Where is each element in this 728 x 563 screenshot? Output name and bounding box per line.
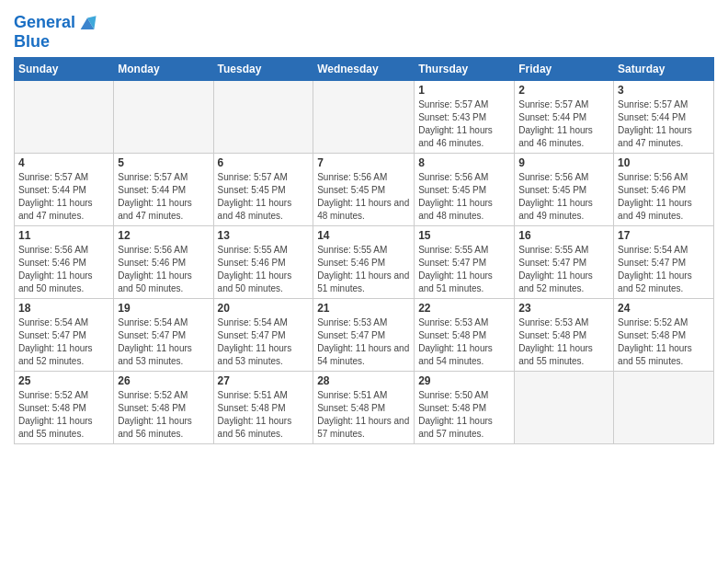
- day-info: Sunrise: 5:51 AMSunset: 5:48 PMDaylight:…: [317, 389, 410, 441]
- day-cell: 19Sunrise: 5:54 AMSunset: 5:47 PMDayligh…: [114, 298, 213, 371]
- day-number: 9: [518, 156, 609, 169]
- day-number: 18: [18, 302, 109, 315]
- day-cell: [515, 371, 614, 443]
- day-info: Sunrise: 5:57 AMSunset: 5:44 PMDaylight:…: [18, 171, 109, 223]
- day-number: 27: [218, 374, 310, 387]
- day-number: 7: [317, 156, 410, 169]
- page: General Blue SundayMondayTuesdayWednesda…: [0, 0, 728, 454]
- day-number: 29: [418, 374, 510, 387]
- day-cell: 12Sunrise: 5:56 AMSunset: 5:46 PMDayligh…: [114, 225, 213, 298]
- day-number: 14: [317, 229, 410, 242]
- day-info: Sunrise: 5:54 AMSunset: 5:47 PMDaylight:…: [118, 316, 209, 368]
- calendar-body: 1Sunrise: 5:57 AMSunset: 5:43 PMDaylight…: [15, 80, 714, 443]
- day-cell: 9Sunrise: 5:56 AMSunset: 5:45 PMDaylight…: [515, 153, 614, 225]
- logo-text-line1: General: [14, 14, 75, 32]
- day-cell: [213, 80, 313, 153]
- day-number: 26: [118, 374, 209, 387]
- day-info: Sunrise: 5:56 AMSunset: 5:46 PMDaylight:…: [18, 244, 109, 295]
- calendar-header: SundayMondayTuesdayWednesdayThursdayFrid…: [15, 57, 714, 80]
- day-info: Sunrise: 5:57 AMSunset: 5:44 PMDaylight:…: [618, 98, 710, 150]
- day-info: Sunrise: 5:52 AMSunset: 5:48 PMDaylight:…: [18, 389, 109, 441]
- day-info: Sunrise: 5:56 AMSunset: 5:45 PMDaylight:…: [518, 171, 609, 223]
- header-cell-monday: Monday: [114, 57, 213, 80]
- day-cell: 14Sunrise: 5:55 AMSunset: 5:46 PMDayligh…: [313, 225, 415, 298]
- day-number: 5: [118, 156, 209, 169]
- week-row-3: 11Sunrise: 5:56 AMSunset: 5:46 PMDayligh…: [15, 225, 714, 298]
- week-row-5: 25Sunrise: 5:52 AMSunset: 5:48 PMDayligh…: [15, 371, 714, 443]
- day-cell: [114, 80, 213, 153]
- day-cell: 23Sunrise: 5:53 AMSunset: 5:48 PMDayligh…: [515, 298, 614, 371]
- week-row-1: 1Sunrise: 5:57 AMSunset: 5:43 PMDaylight…: [15, 80, 714, 153]
- day-cell: 4Sunrise: 5:57 AMSunset: 5:44 PMDaylight…: [15, 153, 114, 225]
- day-info: Sunrise: 5:56 AMSunset: 5:46 PMDaylight:…: [118, 244, 209, 295]
- day-number: 20: [218, 302, 310, 315]
- day-cell: 11Sunrise: 5:56 AMSunset: 5:46 PMDayligh…: [15, 225, 114, 298]
- day-info: Sunrise: 5:54 AMSunset: 5:47 PMDaylight:…: [218, 316, 310, 368]
- week-row-2: 4Sunrise: 5:57 AMSunset: 5:44 PMDaylight…: [15, 153, 714, 225]
- day-cell: [614, 371, 714, 443]
- day-cell: 27Sunrise: 5:51 AMSunset: 5:48 PMDayligh…: [213, 371, 313, 443]
- day-number: 23: [518, 302, 609, 315]
- day-cell: 10Sunrise: 5:56 AMSunset: 5:46 PMDayligh…: [614, 153, 714, 225]
- day-cell: 7Sunrise: 5:56 AMSunset: 5:45 PMDaylight…: [313, 153, 415, 225]
- day-info: Sunrise: 5:53 AMSunset: 5:48 PMDaylight:…: [418, 316, 510, 368]
- logo: General Blue: [14, 13, 97, 52]
- day-cell: [15, 80, 114, 153]
- day-cell: 21Sunrise: 5:53 AMSunset: 5:47 PMDayligh…: [313, 298, 415, 371]
- day-cell: 3Sunrise: 5:57 AMSunset: 5:44 PMDaylight…: [614, 80, 714, 153]
- day-info: Sunrise: 5:56 AMSunset: 5:46 PMDaylight:…: [618, 171, 710, 223]
- day-cell: 13Sunrise: 5:55 AMSunset: 5:46 PMDayligh…: [213, 225, 313, 298]
- day-info: Sunrise: 5:53 AMSunset: 5:48 PMDaylight:…: [518, 316, 609, 368]
- day-number: 8: [418, 156, 510, 169]
- day-number: 21: [317, 302, 410, 315]
- day-number: 3: [618, 84, 710, 97]
- header-cell-friday: Friday: [515, 57, 614, 80]
- day-number: 22: [418, 302, 510, 315]
- header-cell-wednesday: Wednesday: [313, 57, 415, 80]
- day-info: Sunrise: 5:54 AMSunset: 5:47 PMDaylight:…: [618, 244, 710, 295]
- day-cell: 25Sunrise: 5:52 AMSunset: 5:48 PMDayligh…: [15, 371, 114, 443]
- day-cell: 20Sunrise: 5:54 AMSunset: 5:47 PMDayligh…: [213, 298, 313, 371]
- day-cell: 15Sunrise: 5:55 AMSunset: 5:47 PMDayligh…: [415, 225, 515, 298]
- logo-icon: [77, 13, 97, 33]
- day-info: Sunrise: 5:57 AMSunset: 5:44 PMDaylight:…: [118, 171, 209, 223]
- header-row: SundayMondayTuesdayWednesdayThursdayFrid…: [15, 57, 714, 80]
- day-info: Sunrise: 5:53 AMSunset: 5:47 PMDaylight:…: [317, 316, 410, 368]
- day-info: Sunrise: 5:52 AMSunset: 5:48 PMDaylight:…: [118, 389, 209, 441]
- day-number: 25: [18, 374, 109, 387]
- day-number: 6: [218, 156, 310, 169]
- day-number: 11: [18, 229, 109, 242]
- header: General Blue: [14, 9, 714, 52]
- day-info: Sunrise: 5:57 AMSunset: 5:43 PMDaylight:…: [418, 98, 510, 150]
- header-cell-thursday: Thursday: [415, 57, 515, 80]
- day-number: 17: [618, 229, 710, 242]
- day-info: Sunrise: 5:57 AMSunset: 5:44 PMDaylight:…: [518, 98, 609, 150]
- day-cell: 17Sunrise: 5:54 AMSunset: 5:47 PMDayligh…: [614, 225, 714, 298]
- day-info: Sunrise: 5:56 AMSunset: 5:45 PMDaylight:…: [317, 171, 410, 223]
- day-cell: 16Sunrise: 5:55 AMSunset: 5:47 PMDayligh…: [515, 225, 614, 298]
- day-number: 1: [418, 84, 510, 97]
- day-cell: 6Sunrise: 5:57 AMSunset: 5:45 PMDaylight…: [213, 153, 313, 225]
- day-info: Sunrise: 5:55 AMSunset: 5:46 PMDaylight:…: [317, 244, 410, 295]
- day-info: Sunrise: 5:54 AMSunset: 5:47 PMDaylight:…: [18, 316, 109, 368]
- day-cell: 5Sunrise: 5:57 AMSunset: 5:44 PMDaylight…: [114, 153, 213, 225]
- day-info: Sunrise: 5:51 AMSunset: 5:48 PMDaylight:…: [218, 389, 310, 441]
- day-number: 10: [618, 156, 710, 169]
- day-number: 2: [518, 84, 609, 97]
- header-cell-sunday: Sunday: [15, 57, 114, 80]
- week-row-4: 18Sunrise: 5:54 AMSunset: 5:47 PMDayligh…: [15, 298, 714, 371]
- calendar-table: SundayMondayTuesdayWednesdayThursdayFrid…: [14, 57, 714, 444]
- day-number: 12: [118, 229, 209, 242]
- day-cell: 8Sunrise: 5:56 AMSunset: 5:45 PMDaylight…: [415, 153, 515, 225]
- day-number: 13: [218, 229, 310, 242]
- day-info: Sunrise: 5:55 AMSunset: 5:46 PMDaylight:…: [218, 244, 310, 295]
- day-info: Sunrise: 5:55 AMSunset: 5:47 PMDaylight:…: [418, 244, 510, 295]
- day-cell: 28Sunrise: 5:51 AMSunset: 5:48 PMDayligh…: [313, 371, 415, 443]
- day-cell: 1Sunrise: 5:57 AMSunset: 5:43 PMDaylight…: [415, 80, 515, 153]
- day-cell: 22Sunrise: 5:53 AMSunset: 5:48 PMDayligh…: [415, 298, 515, 371]
- day-info: Sunrise: 5:50 AMSunset: 5:48 PMDaylight:…: [418, 389, 510, 441]
- day-info: Sunrise: 5:56 AMSunset: 5:45 PMDaylight:…: [418, 171, 510, 223]
- header-cell-saturday: Saturday: [614, 57, 714, 80]
- day-cell: 18Sunrise: 5:54 AMSunset: 5:47 PMDayligh…: [15, 298, 114, 371]
- day-cell: 2Sunrise: 5:57 AMSunset: 5:44 PMDaylight…: [515, 80, 614, 153]
